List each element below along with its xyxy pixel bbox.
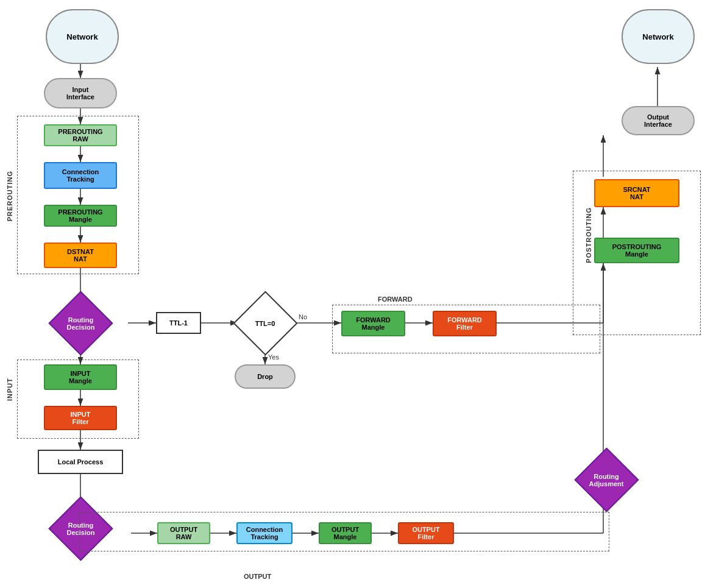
output-interface: OutputInterface [622, 106, 695, 135]
svg-text:No: No [299, 313, 307, 321]
output-dashed-box [79, 512, 609, 551]
forward-filter: FORWARDFilter [433, 311, 497, 336]
local-process: Local Process [38, 450, 123, 474]
ttl-eq-0-container: TTL=0 [232, 300, 299, 346]
srcnat-nat: SRCNATNAT [594, 179, 679, 207]
connection-tracking-pre: ConnectionTracking [44, 162, 117, 189]
svg-text:Yes: Yes [268, 353, 279, 361]
input-mangle: INPUTMangle [44, 364, 117, 390]
input-interface: InputInterface [44, 78, 117, 108]
drop-oval: Drop [235, 364, 296, 389]
prerouting-mangle: PREROUTINGMangle [44, 205, 117, 227]
postrouting-label: POSTROUTING [585, 207, 592, 263]
routing-decision-1-container: RoutingDecision [49, 300, 113, 346]
output-label: OUTPUT [244, 573, 271, 580]
dstnat-nat: DSTNATNAT [44, 243, 117, 268]
ttl-eq-0-diamond [233, 291, 297, 355]
forward-mangle: FORWARDMangle [341, 311, 405, 336]
network-in-cloud: Network [46, 9, 119, 64]
network-out-cloud: Network [622, 9, 695, 64]
routing-adjustment-diamond [574, 447, 639, 512]
routing-adjustment-container: RoutingAdjusment [573, 457, 640, 503]
forward-label: FORWARD [378, 296, 413, 303]
input-label: INPUT [6, 378, 13, 401]
routing-decision-1-diamond [48, 291, 113, 355]
diagram-container: No Yes Network InputInterface PREROUTING… [0, 0, 716, 588]
postrouting-mangle: POSTROUTINGMangle [594, 238, 679, 263]
input-filter: INPUTFilter [44, 406, 117, 430]
ttl-minus-1: TTL-1 [156, 312, 201, 334]
prerouting-raw: PREROUTINGRAW [44, 124, 117, 146]
prerouting-label: PREROUTING [6, 171, 13, 221]
